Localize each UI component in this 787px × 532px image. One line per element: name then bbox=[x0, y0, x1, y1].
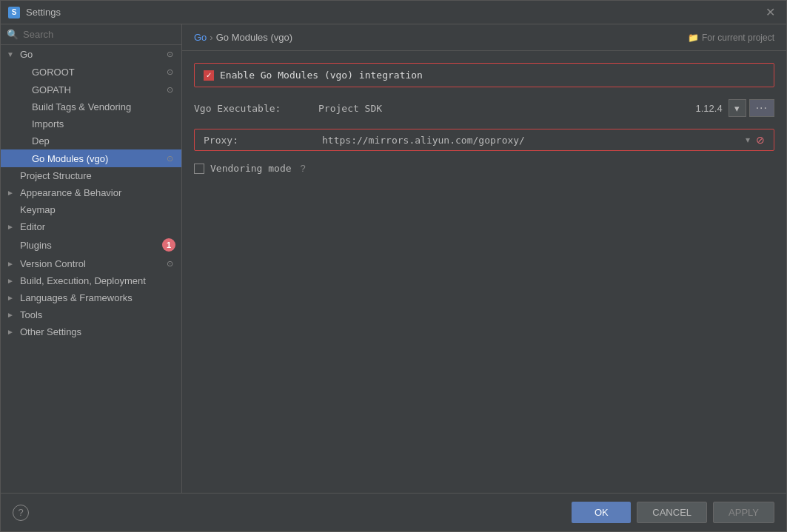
vgo-executable-row: Vgo Executable: Project SDK 1.12.4 ▾ ··· bbox=[194, 99, 774, 117]
spacer bbox=[19, 120, 30, 128]
sidebar-item-label: Go bbox=[20, 49, 161, 60]
sidebar-item-imports[interactable]: Imports bbox=[1, 115, 181, 132]
ok-button[interactable]: OK bbox=[572, 502, 631, 523]
vgo-executable-value: Project SDK bbox=[318, 103, 696, 114]
enable-modules-label: Enable Go Modules (vgo) integration bbox=[220, 70, 423, 81]
breadcrumb-current: Go Modules (vgo) bbox=[216, 32, 292, 43]
spacer bbox=[19, 155, 30, 163]
search-input[interactable] bbox=[23, 29, 175, 40]
spacer bbox=[19, 137, 30, 145]
main-content: Go › Go Modules (vgo) 📁 For current proj… bbox=[182, 24, 786, 493]
titlebar: S Settings ✕ bbox=[1, 1, 786, 24]
proxy-dropdown-button[interactable]: ▾ bbox=[746, 135, 750, 145]
sidebar: 🔍 ▼ Go ⊙ GOROOT ⊙ GOPATH ⊙ bbox=[1, 24, 182, 493]
expand-icon: ► bbox=[7, 311, 19, 319]
sidebar-item-goroot[interactable]: GOROOT ⊙ bbox=[1, 63, 181, 81]
sidebar-item-label: Plugins bbox=[20, 240, 162, 251]
sdk-row-inner: Vgo Executable: Project SDK bbox=[194, 103, 696, 114]
expand-icon: ► bbox=[7, 328, 19, 336]
proxy-label: Proxy: bbox=[204, 135, 322, 146]
sidebar-item-label: Editor bbox=[20, 221, 175, 232]
vgo-dropdown-button[interactable]: ▾ bbox=[729, 99, 746, 117]
spacer bbox=[19, 103, 30, 111]
sidebar-item-label: Appearance & Behavior bbox=[20, 187, 175, 198]
search-bar: 🔍 bbox=[1, 24, 181, 45]
spacer bbox=[19, 68, 30, 76]
settings-dialog: S Settings ✕ 🔍 ▼ Go ⊙ GOROOT bbox=[0, 0, 787, 532]
cancel-button[interactable]: CANCEL bbox=[637, 502, 707, 523]
enable-modules-checkbox[interactable]: ✓ Enable Go Modules (vgo) integration bbox=[204, 70, 423, 81]
item-icon: ⊙ bbox=[164, 152, 175, 164]
sidebar-item-build-execution[interactable]: ► Build, Execution, Deployment bbox=[1, 272, 181, 289]
app-icon: S bbox=[8, 7, 20, 18]
vendoring-row: Vendoring mode ? bbox=[194, 163, 774, 174]
sidebar-item-build-tags[interactable]: Build Tags & Vendoring bbox=[1, 98, 181, 115]
vendoring-checkbox[interactable] bbox=[194, 164, 204, 174]
expand-icon: ► bbox=[7, 260, 19, 268]
sidebar-item-dep[interactable]: Dep bbox=[1, 132, 181, 149]
sidebar-item-plugins[interactable]: Plugins 1 bbox=[1, 235, 181, 255]
item-icon: ⊙ bbox=[164, 257, 175, 269]
sidebar-item-label: GOPATH bbox=[32, 84, 161, 95]
spacer bbox=[7, 172, 19, 180]
sidebar-item-project-structure[interactable]: Project Structure bbox=[1, 167, 181, 184]
proxy-row: Proxy: ▾ ⊘ bbox=[194, 129, 774, 151]
sidebar-item-tools[interactable]: ► Tools bbox=[1, 306, 181, 323]
sidebar-item-gopath[interactable]: GOPATH ⊙ bbox=[1, 81, 181, 98]
sidebar-item-go[interactable]: ▼ Go ⊙ bbox=[1, 45, 181, 63]
plugins-badge: 1 bbox=[162, 238, 175, 252]
sidebar-section-go: ▼ Go ⊙ GOROOT ⊙ GOPATH ⊙ Build Tags & Ve bbox=[1, 45, 181, 167]
sidebar-item-label: Imports bbox=[32, 118, 175, 129]
sidebar-item-languages[interactable]: ► Languages & Frameworks bbox=[1, 289, 181, 306]
expand-icon: ► bbox=[7, 294, 19, 302]
spacer bbox=[19, 86, 30, 94]
for-project-label: For current project bbox=[702, 33, 774, 43]
content-area: 🔍 ▼ Go ⊙ GOROOT ⊙ GOPATH ⊙ bbox=[1, 24, 786, 493]
close-button[interactable]: ✕ bbox=[761, 4, 779, 21]
search-icon: 🔍 bbox=[7, 29, 19, 40]
sidebar-item-editor[interactable]: ► Editor bbox=[1, 218, 181, 235]
settings-panel: ✓ Enable Go Modules (vgo) integration Vg… bbox=[182, 51, 786, 493]
sidebar-item-label: Keymap bbox=[20, 204, 175, 215]
sidebar-item-label: Tools bbox=[20, 309, 175, 320]
sidebar-item-keymap[interactable]: Keymap bbox=[1, 201, 181, 218]
item-icon: ⊙ bbox=[164, 48, 175, 60]
breadcrumb: Go › Go Modules (vgo) 📁 For current proj… bbox=[182, 24, 786, 51]
expand-icon: ▼ bbox=[7, 50, 19, 58]
vgo-more-button[interactable]: ··· bbox=[749, 99, 774, 117]
apply-button[interactable]: APPLY bbox=[713, 502, 774, 523]
project-icon: 📁 bbox=[688, 33, 699, 43]
sidebar-item-version-control[interactable]: ► Version Control ⊙ bbox=[1, 255, 181, 272]
expand-icon: ► bbox=[7, 189, 19, 197]
sidebar-item-appearance[interactable]: ► Appearance & Behavior bbox=[1, 184, 181, 201]
vgo-version: 1.12.4 bbox=[696, 103, 723, 114]
vendoring-label: Vendoring mode bbox=[210, 163, 292, 174]
breadcrumb-path: Go › Go Modules (vgo) bbox=[194, 32, 292, 43]
proxy-input[interactable] bbox=[322, 135, 743, 146]
item-icon: ⊙ bbox=[164, 66, 175, 78]
sidebar-item-label: Other Settings bbox=[20, 326, 175, 337]
for-project: 📁 For current project bbox=[688, 33, 774, 43]
expand-icon: ► bbox=[7, 223, 19, 231]
expand-icon: ► bbox=[7, 277, 19, 285]
sidebar-item-label: Project Structure bbox=[20, 170, 175, 181]
spacer bbox=[7, 241, 19, 249]
breadcrumb-go[interactable]: Go bbox=[194, 32, 207, 43]
checkbox-indicator: ✓ bbox=[204, 70, 214, 81]
sidebar-item-other-settings[interactable]: ► Other Settings bbox=[1, 323, 181, 340]
sidebar-item-go-modules[interactable]: Go Modules (vgo) ⊙ bbox=[1, 149, 181, 167]
item-icon: ⊙ bbox=[164, 84, 175, 95]
vendoring-help-button[interactable]: ? bbox=[301, 163, 306, 174]
sdk-controls: 1.12.4 ▾ ··· bbox=[696, 99, 775, 117]
help-button[interactable]: ? bbox=[13, 505, 29, 521]
sidebar-item-label: Build Tags & Vendoring bbox=[32, 101, 175, 112]
sidebar-item-label: GOROOT bbox=[32, 67, 161, 78]
enable-modules-row: ✓ Enable Go Modules (vgo) integration bbox=[194, 63, 774, 87]
vgo-executable-label: Vgo Executable: bbox=[194, 103, 312, 114]
window-title: Settings bbox=[26, 7, 761, 18]
sidebar-item-label: Languages & Frameworks bbox=[20, 292, 175, 303]
proxy-help-button[interactable]: ⊘ bbox=[756, 134, 765, 146]
sidebar-item-label: Go Modules (vgo) bbox=[32, 153, 161, 164]
breadcrumb-sep: › bbox=[210, 32, 212, 43]
spacer bbox=[7, 206, 19, 214]
